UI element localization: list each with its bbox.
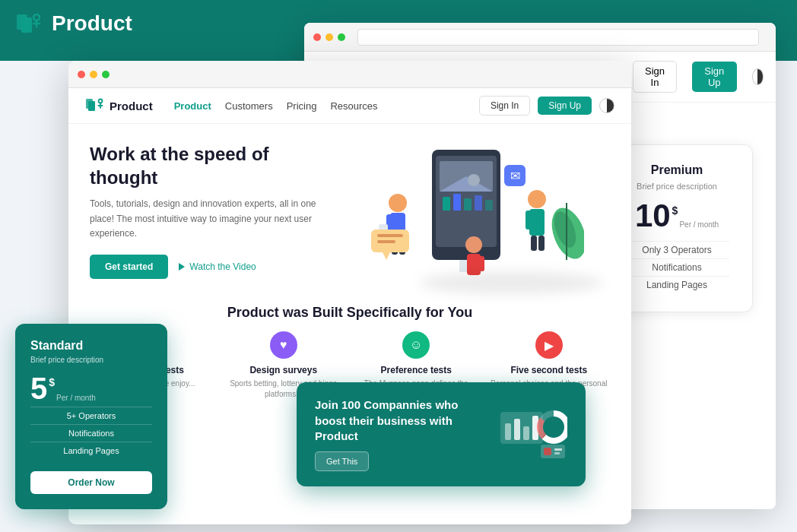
back-dot-minimize[interactable] — [325, 33, 333, 41]
hero-shadow — [420, 271, 602, 294]
svg-point-31 — [465, 236, 482, 253]
svg-rect-30 — [538, 236, 545, 251]
front-browser-chrome — [68, 61, 631, 88]
back-dot-maximize[interactable] — [338, 33, 345, 41]
svg-rect-47 — [523, 426, 529, 440]
back-signup-button[interactable]: Sign Up — [692, 62, 737, 92]
front-nav-links: Product Customers Pricing Resources — [174, 100, 378, 112]
premium-amount: 10 — [635, 200, 671, 232]
svg-rect-29 — [531, 236, 537, 251]
back-dot-close[interactable] — [313, 33, 321, 41]
get-this-button[interactable]: Get This — [315, 451, 369, 471]
standard-feature-2: Notifications — [30, 424, 152, 442]
front-nav-pricing[interactable]: Pricing — [287, 100, 317, 112]
top-brand-name: Product — [52, 11, 132, 36]
svg-rect-16 — [475, 195, 482, 211]
feature-icon-symbol-1: ♥ — [280, 338, 287, 352]
hero-section: Work at the speed of thought Tools, tuto… — [68, 124, 631, 294]
front-logo: Product — [85, 97, 153, 114]
feature-icon-3: ▶ — [535, 331, 563, 359]
svg-rect-13 — [443, 197, 450, 211]
svg-rect-27 — [526, 211, 532, 230]
watch-video-label: Watch the Video — [189, 261, 256, 272]
premium-plan-desc: Brief price description — [624, 182, 729, 191]
svg-rect-7 — [88, 101, 95, 111]
front-nav-customers[interactable]: Customers — [225, 100, 273, 112]
feature-icon-symbol-2: ☺ — [410, 338, 422, 352]
feature-icon-1: ♥ — [270, 331, 297, 359]
front-signup-button[interactable]: Sign Up — [538, 97, 592, 115]
premium-plan-price: 10 $ Per / month — [624, 200, 729, 232]
front-logo-icon — [85, 97, 105, 114]
premium-currency: $ — [672, 204, 678, 217]
svg-rect-34 — [459, 260, 467, 272]
promo-chart-svg — [499, 408, 567, 461]
play-icon — [179, 263, 185, 271]
svg-rect-33 — [479, 256, 484, 271]
front-logo-text: Product — [110, 100, 153, 112]
promo-image — [499, 408, 567, 461]
front-nav-product[interactable]: Product — [174, 100, 211, 112]
premium-feature-2: Notifications — [624, 258, 729, 276]
standard-desc: Brief price description — [30, 356, 152, 364]
hero-buttons: Get started Watch the Video — [90, 255, 333, 279]
svg-rect-46 — [514, 419, 520, 440]
front-nav: Product Product Customers Pricing Resour… — [68, 88, 631, 124]
page-wrapper: Product Product Product — [0, 0, 797, 532]
back-theme-toggle[interactable] — [752, 68, 764, 85]
front-nav-right: Sign In Sign Up — [479, 96, 614, 116]
standard-card: Standard Brief price description 5 $ Per… — [15, 324, 167, 509]
order-now-button[interactable]: Order Now — [30, 471, 152, 494]
standard-feature-1: 5+ Operators — [30, 407, 152, 424]
hero-left: Work at the speed of thought Tools, tuto… — [90, 142, 333, 294]
svg-rect-37 — [377, 234, 403, 237]
standard-feature-3: Landing Pages — [30, 442, 152, 459]
svg-rect-38 — [377, 240, 395, 243]
top-logo-icon — [15, 11, 44, 36]
svg-rect-15 — [464, 198, 472, 211]
svg-point-18 — [389, 194, 407, 212]
svg-rect-53 — [544, 448, 551, 455]
back-url-bar[interactable] — [357, 29, 759, 46]
standard-currency: $ — [49, 376, 55, 388]
front-signin-button[interactable]: Sign In — [479, 96, 530, 116]
front-theme-toggle[interactable] — [599, 98, 614, 113]
watch-video-link[interactable]: Watch the Video — [179, 261, 256, 272]
section-title: Product was Built Specifically for You — [90, 305, 610, 321]
hero-title: Work at the speed of thought — [90, 142, 333, 189]
top-logo: Product — [15, 11, 132, 36]
front-dot-maximize[interactable] — [102, 71, 110, 78]
feature-title-3: Five second tests — [488, 365, 611, 375]
promo-text: Join 100 Compannies who boost their busi… — [315, 397, 487, 471]
front-nav-resources[interactable]: Resources — [330, 100, 377, 112]
svg-rect-17 — [485, 200, 493, 211]
standard-title: Standard — [30, 339, 152, 353]
premium-feature-3: Landing Pages — [624, 276, 729, 293]
premium-plan-name: Premium — [624, 163, 729, 177]
promo-title: Join 100 Compannies who boost their busi… — [315, 397, 487, 444]
svg-marker-36 — [383, 252, 390, 260]
standard-period: Per / month — [56, 394, 96, 402]
feature-title-2: Preference tests — [355, 365, 478, 375]
feature-title-1: Design surveys — [223, 365, 345, 375]
svg-rect-14 — [453, 194, 461, 211]
svg-rect-55 — [554, 452, 560, 454]
premium-period: Per / month — [679, 220, 719, 229]
back-signin-button[interactable]: Sign In — [633, 61, 676, 93]
hero-subtitle: Tools, tutorials, design and innovation … — [90, 197, 333, 241]
standard-price: 5 $ Per / month — [30, 373, 152, 404]
standard-amount: 5 — [30, 373, 47, 404]
svg-rect-45 — [505, 423, 511, 440]
front-dot-minimize[interactable] — [90, 71, 97, 78]
svg-point-25 — [528, 190, 546, 208]
svg-point-12 — [468, 174, 480, 186]
svg-text:✉: ✉ — [510, 169, 520, 182]
svg-rect-1 — [21, 17, 32, 33]
svg-rect-28 — [538, 211, 545, 230]
front-dot-close[interactable] — [78, 71, 85, 78]
svg-rect-54 — [554, 448, 562, 451]
hero-illustration-area: ✉ — [348, 142, 610, 294]
standard-features: 5+ Operators Notifications Landing Pages — [30, 407, 152, 459]
back-browser-chrome — [304, 23, 776, 52]
get-started-button[interactable]: Get started — [90, 255, 168, 279]
